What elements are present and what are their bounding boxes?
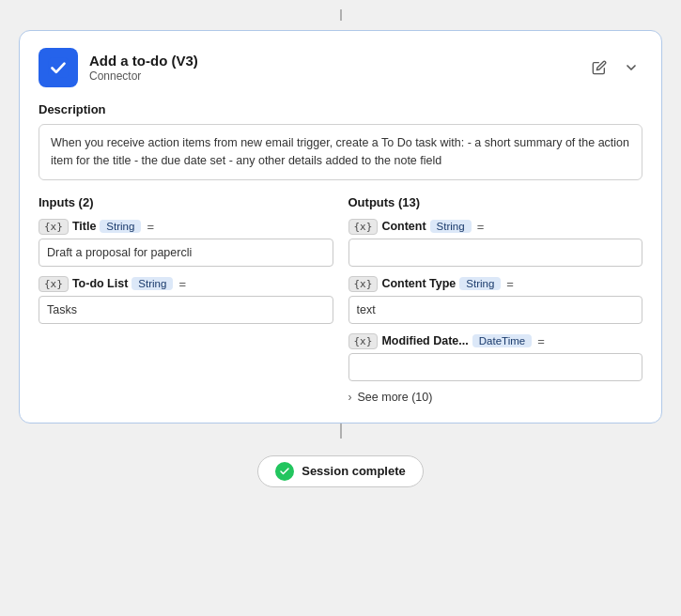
card-header-left: Add a to-do (V3) Connector	[39, 48, 198, 87]
chevron-down-icon	[624, 60, 639, 75]
output-eq-modifieddate: =	[537, 334, 545, 348]
output-badge-row-content: {x} Content String =	[348, 219, 643, 235]
card-title-block: Add a to-do (V3) Connector	[89, 53, 198, 83]
output-type-contenttype: String	[459, 277, 501, 290]
output-field-contenttype[interactable]	[348, 296, 643, 324]
connector-card: Add a to-do (V3) Connector Description W…	[19, 30, 662, 424]
outputs-col: Outputs (13) {x} Content String = {x} Co…	[348, 195, 643, 404]
output-item-modifieddate: {x} Modified Date... DateTime =	[348, 333, 643, 381]
input-field-todolist[interactable]	[39, 296, 333, 324]
see-more-text: See more (10)	[358, 391, 433, 404]
output-item-contenttype: {x} Content Type String =	[348, 276, 643, 324]
session-complete-badge: Session complete	[257, 455, 424, 487]
output-badge-row-modifieddate: {x} Modified Date... DateTime =	[348, 333, 643, 349]
output-field-content[interactable]	[348, 239, 643, 267]
input-label-todolist: To-do List	[72, 277, 128, 290]
output-label-contenttype: Content Type	[381, 277, 456, 290]
outputs-header: Outputs (13)	[348, 195, 643, 209]
card-title: Add a to-do (V3)	[89, 53, 198, 69]
input-badge-row-todolist: {x} To-do List String =	[39, 276, 333, 292]
expand-button[interactable]	[620, 56, 642, 79]
app-icon	[39, 48, 78, 87]
checkmark-icon	[46, 55, 70, 80]
input-eq-todolist: =	[178, 277, 186, 291]
session-text: Session complete	[302, 464, 406, 478]
io-row: Inputs (2) {x} Title String = {x} To-do …	[39, 195, 642, 404]
inputs-header: Inputs (2)	[39, 195, 333, 209]
output-badge-var-contenttype: {x}	[348, 276, 379, 292]
input-item-title: {x} Title String =	[39, 219, 333, 267]
input-item-todolist: {x} To-do List String =	[39, 276, 333, 324]
description-label: Description	[39, 102, 642, 116]
input-field-title[interactable]	[39, 239, 333, 267]
output-field-modifieddate[interactable]	[348, 353, 643, 381]
output-label-content: Content	[381, 220, 426, 233]
output-badge-var-modifieddate: {x}	[348, 333, 379, 349]
output-eq-contenttype: =	[506, 277, 514, 291]
see-more-chevron-icon: ›	[348, 391, 352, 404]
top-connector-line	[340, 9, 342, 21]
input-label-title: Title	[72, 220, 96, 233]
output-eq-content: =	[477, 220, 485, 234]
input-badge-row-title: {x} Title String =	[39, 219, 333, 235]
input-badge-var-title: {x}	[39, 219, 69, 235]
output-item-content: {x} Content String =	[348, 219, 643, 267]
output-label-modifieddate: Modified Date...	[381, 334, 468, 347]
card-header: Add a to-do (V3) Connector	[39, 48, 642, 87]
input-badge-var-todolist: {x}	[39, 276, 69, 292]
input-eq-title: =	[147, 220, 154, 234]
edit-icon	[592, 60, 607, 75]
output-type-modifieddate: DateTime	[472, 334, 532, 347]
check-icon	[279, 466, 290, 477]
see-more-button[interactable]: › See more (10)	[348, 391, 643, 404]
input-type-todolist: String	[132, 277, 173, 290]
output-type-content: String	[430, 220, 472, 233]
header-actions	[588, 56, 642, 79]
inputs-col: Inputs (2) {x} Title String = {x} To-do …	[39, 195, 333, 404]
output-badge-row-contenttype: {x} Content Type String =	[348, 276, 643, 292]
session-check-icon	[275, 462, 294, 481]
input-type-title: String	[100, 220, 141, 233]
description-box: When you receive action items from new e…	[39, 124, 642, 180]
bottom-connector-line	[340, 424, 342, 439]
output-badge-var-content: {x}	[348, 219, 379, 235]
edit-button[interactable]	[588, 56, 611, 79]
card-subtitle: Connector	[89, 69, 198, 83]
